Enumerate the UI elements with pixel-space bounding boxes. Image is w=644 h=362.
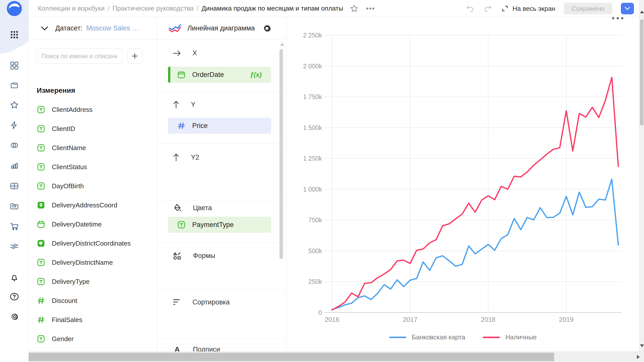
field-row[interactable]: ClientStatus	[29, 157, 147, 176]
breadcrumb-item[interactable]: Коллекции и воркбуки	[38, 5, 105, 12]
dataset-label: Датасет:	[55, 24, 82, 32]
dataset-panel: Датасет: Moscow Sales … Измерения	[29, 17, 157, 351]
field-type-geopoint-icon	[37, 201, 45, 209]
field-row[interactable]: Discount	[29, 291, 147, 310]
add-field-button[interactable]	[127, 49, 142, 64]
dataset-header: Датасет: Moscow Sales …	[29, 17, 157, 40]
field-type-string-icon	[37, 105, 45, 114]
breadcrumb: Коллекции и воркбуки/Практические руково…	[38, 5, 343, 12]
chart-more-menu-icon[interactable]	[612, 17, 623, 19]
favorite-star-icon[interactable]	[350, 4, 358, 13]
settings-gear-icon[interactable]	[0, 310, 29, 324]
field-row[interactable]: DeliveryDatetime	[29, 215, 147, 234]
fields-list: ClientAddress ClientID	[29, 100, 147, 362]
chart-settings-gear-icon[interactable]	[262, 23, 272, 33]
tables-icon[interactable]	[0, 179, 29, 193]
dataset-collapse-chevron-icon[interactable]	[41, 26, 48, 31]
apps-grid-icon[interactable]	[0, 28, 29, 42]
datalens-logo[interactable]	[0, 2, 29, 16]
field-type-number-icon	[37, 296, 45, 305]
redo-icon[interactable]	[483, 4, 492, 13]
color-field-pill[interactable]: PaymentType	[168, 217, 271, 233]
breadcrumb-item[interactable]: Практические руководства	[112, 5, 194, 12]
field-name: ClientName	[52, 144, 86, 152]
scroll-right-arrow-icon[interactable]	[637, 355, 640, 359]
quick-actions-icon[interactable]	[0, 118, 29, 132]
charts-icon[interactable]	[0, 158, 29, 172]
field-row[interactable]: ClientAddress	[29, 100, 147, 119]
series-line[interactable]	[332, 77, 618, 310]
breadcrumb-item[interactable]: Динамика продаж по месяцам и типам оплат…	[202, 5, 343, 12]
legend-line-swatch	[389, 337, 406, 338]
dimensions-section-title: Измерения	[37, 86, 75, 95]
y-axis-tick-label: 2 250k	[303, 32, 322, 39]
line-chart: 2 250k2 000k1 750k1 500k1 250k1 000k750k…	[287, 17, 639, 351]
relations-icon[interactable]	[0, 138, 29, 152]
chart-area: 2 250k2 000k1 750k1 500k1 250k1 000k750k…	[287, 17, 639, 351]
undo-icon[interactable]	[466, 4, 475, 13]
fullscreen-icon	[501, 5, 509, 13]
storage-icon[interactable]	[0, 199, 29, 213]
y-axis-tick-label: 1 250k	[303, 155, 322, 162]
field-name: ClientStatus	[52, 163, 87, 171]
marketplace-icon[interactable]	[0, 219, 29, 233]
y-axis-tick-label: 1 000k	[303, 186, 322, 193]
field-row[interactable]: DeliveryAddressCoord	[29, 196, 147, 215]
scroll-up-arrow-icon[interactable]	[640, 11, 644, 13]
field-row[interactable]: DeliveryType	[29, 272, 147, 291]
arrow-up-icon	[172, 100, 180, 109]
x-axis-tick-label: 2018	[481, 316, 496, 323]
saved-button[interactable]: Сохранено	[564, 3, 612, 14]
field-type-number-icon	[37, 315, 45, 324]
line-chart-type-icon[interactable]	[168, 23, 181, 33]
field-type-date-icon	[37, 220, 45, 229]
legend-item[interactable]: Наличные	[483, 333, 537, 341]
x-axis-tick-label: 2017	[403, 316, 417, 323]
field-search-input[interactable]	[36, 49, 123, 64]
formula-fx-icon[interactable]: ƒ(x)	[250, 71, 262, 79]
vertical-scrollbar-thumb[interactable]	[640, 20, 643, 125]
breadcrumb-separator: /	[197, 5, 198, 12]
vertical-scrollbar[interactable]	[639, 0, 644, 351]
help-icon[interactable]	[0, 290, 29, 304]
field-row[interactable]: DeliveryDistrictName	[29, 253, 147, 272]
y-section-header: Y	[172, 100, 195, 109]
dataset-name-link[interactable]: Moscow Sales …	[86, 24, 139, 32]
y2-section-header: Y2	[172, 153, 199, 162]
services-icon[interactable]	[0, 239, 29, 253]
paint-bucket-icon	[172, 203, 182, 213]
x-field-pill[interactable]: OrderDate ƒ(x)	[168, 67, 271, 83]
dashboards-icon[interactable]	[0, 59, 29, 73]
legend-item[interactable]: Банковская карта	[389, 333, 465, 341]
field-row[interactable]: DayOfBirth	[29, 176, 147, 196]
chart-config-panel: Линейная диаграмма X OrderDate ƒ(x)	[157, 17, 287, 351]
field-row[interactable]: Gender	[29, 329, 147, 348]
series-line[interactable]	[332, 179, 618, 309]
notifications-bell-icon[interactable]	[0, 270, 29, 285]
y-field-name: Price	[192, 122, 208, 130]
field-row[interactable]: ClientID	[29, 119, 147, 138]
y-field-pill[interactable]: Price	[168, 118, 271, 134]
chart-legend: Банковская картаНаличные	[287, 333, 639, 341]
y-axis-tick-label: 250k	[308, 278, 322, 285]
fullscreen-button[interactable]: На весь экран	[501, 5, 555, 13]
field-row[interactable]: FinalSales	[29, 310, 147, 329]
chart-type-label: Линейная диаграмма	[187, 24, 255, 32]
field-type-number-icon	[177, 121, 186, 130]
horizontal-scrollbar[interactable]	[0, 351, 644, 362]
config-header: Линейная диаграмма	[157, 17, 287, 40]
config-scrollbar-thumb[interactable]	[279, 49, 283, 259]
y-axis-tick-label: 1 750k	[303, 93, 322, 100]
legend-line-swatch	[483, 337, 500, 338]
arrow-up-icon	[172, 153, 180, 162]
field-name: DeliveryDistrictName	[52, 259, 113, 266]
scroll-down-arrow-icon[interactable]	[640, 344, 644, 347]
field-row[interactable]: DeliveryDistrictCoordinates	[29, 234, 147, 253]
favorites-icon[interactable]	[0, 98, 29, 112]
save-menu-button[interactable]	[621, 3, 634, 14]
config-scroll-up-icon[interactable]	[280, 43, 285, 46]
field-row[interactable]: ClientName	[29, 138, 147, 157]
horizontal-scrollbar-thumb[interactable]	[7, 353, 554, 361]
collections-icon[interactable]	[0, 78, 29, 93]
breadcrumb-more-icon[interactable]	[366, 7, 375, 10]
